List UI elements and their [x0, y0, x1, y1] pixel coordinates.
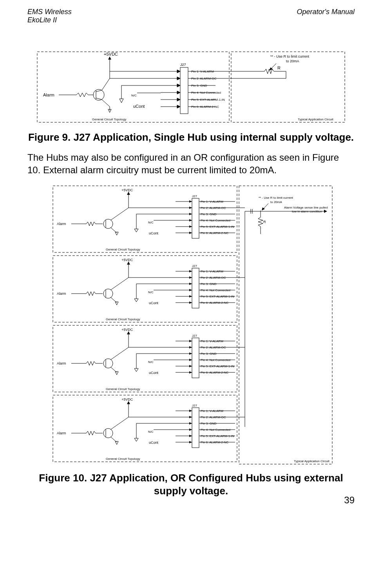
svg-text:+5VDC: +5VDC — [121, 328, 133, 332]
svg-line-36 — [102, 78, 110, 90]
svg-text:Pin 2: ALARM-OC: Pin 2: ALARM-OC — [201, 416, 226, 419]
svg-text:J27: J27 — [192, 264, 197, 268]
svg-line-258 — [110, 417, 129, 430]
svg-text:R: R — [277, 65, 281, 70]
svg-marker-98 — [189, 219, 192, 221]
svg-line-38 — [102, 100, 110, 107]
svg-text:Pin 6: ALARM-2-NC: Pin 6: ALARM-2-NC — [201, 441, 228, 444]
svg-marker-229 — [189, 410, 192, 412]
svg-marker-18 — [177, 91, 180, 94]
svg-text:Pin 3: GND: Pin 3: GND — [201, 212, 217, 216]
svg-text:Pin 2: ALARM-OC: Pin 2: ALARM-OC — [201, 206, 226, 210]
svg-text:Pin 1: V-ALARM: Pin 1: V-ALARM — [201, 339, 223, 343]
page-header: EMS Wireless EkoLite II Operator's Manua… — [27, 8, 355, 24]
svg-marker-250 — [189, 441, 192, 443]
svg-text:General Circuit Topology: General Circuit Topology — [106, 457, 140, 461]
svg-text:Pin 1: V-ALARM: Pin 1: V-ALARM — [201, 409, 223, 413]
svg-text:Typical Application Circuit: Typical Application Circuit — [294, 459, 329, 463]
svg-text:Pin 2: ALARM-OC: Pin 2: ALARM-OC — [201, 276, 226, 279]
svg-text:R: R — [263, 220, 266, 224]
svg-text:N/C: N/C — [148, 360, 154, 364]
svg-marker-89 — [189, 207, 192, 209]
svg-text:Pin 3: GND: Pin 3: GND — [191, 84, 207, 87]
figure-10-diagram: Typical Application Circuit ** - Use R t… — [51, 184, 333, 466]
svg-rect-62 — [239, 186, 332, 464]
figure-10-caption: Figure 10. J27 Application, OR Configure… — [27, 472, 355, 498]
svg-marker-262 — [115, 441, 118, 445]
svg-marker-242 — [189, 428, 192, 431]
svg-point-160 — [103, 289, 113, 298]
svg-marker-246 — [189, 435, 192, 437]
svg-text:+5VDC: +5VDC — [121, 188, 133, 192]
svg-text:uCont: uCont — [149, 231, 159, 235]
svg-text:Typical Application Circuit: Typical Application Circuit — [298, 118, 333, 121]
svg-text:Alarm: Alarm — [57, 222, 66, 226]
svg-marker-47 — [119, 99, 123, 103]
header-product: EMS Wireless — [27, 8, 72, 16]
header-model: EkoLite II — [27, 16, 72, 24]
svg-marker-60 — [270, 67, 273, 71]
svg-text:Pin 6: ALARM-2-NC: Pin 6: ALARM-2-NC — [201, 231, 228, 235]
svg-text:Pin 2: ALARM-OC: Pin 2: ALARM-OC — [201, 346, 226, 349]
svg-marker-172 — [134, 299, 138, 302]
svg-marker-268 — [134, 438, 138, 441]
svg-point-112 — [103, 219, 113, 229]
svg-marker-154 — [189, 301, 192, 304]
svg-marker-102 — [189, 225, 192, 228]
svg-marker-81 — [127, 192, 130, 195]
svg-text:+5VDC: +5VDC — [121, 397, 133, 401]
svg-text:Pin 5: EXT-ALARM-1-IN: Pin 5: EXT-ALARM-1-IN — [201, 365, 234, 368]
svg-text:Alarm: Alarm — [43, 93, 54, 97]
svg-marker-19 — [177, 98, 180, 101]
svg-text:Pin 1: V-ALARM: Pin 1: V-ALARM — [201, 270, 223, 273]
svg-marker-129 — [127, 261, 130, 265]
svg-marker-202 — [189, 371, 192, 374]
svg-marker-150 — [189, 295, 192, 298]
svg-text:Alarm Voltage sense line pulle: Alarm Voltage sense line pulled — [284, 206, 328, 209]
svg-marker-214 — [115, 372, 118, 375]
svg-text:N/C: N/C — [148, 430, 154, 434]
svg-marker-106 — [189, 232, 192, 234]
svg-marker-198 — [189, 365, 192, 367]
svg-marker-190 — [189, 352, 192, 355]
svg-marker-233 — [189, 416, 192, 418]
svg-marker-29 — [108, 56, 111, 60]
svg-marker-124 — [134, 229, 138, 232]
svg-marker-72 — [324, 210, 327, 213]
svg-text:Alarm: Alarm — [57, 292, 66, 296]
svg-text:Pin 5: EXT-ALARM-1-IN: Pin 5: EXT-ALARM-1-IN — [191, 98, 225, 102]
j27-label: J27 — [180, 63, 186, 67]
svg-line-162 — [110, 278, 129, 290]
svg-marker-15 — [177, 70, 180, 73]
svg-marker-16 — [177, 77, 180, 80]
svg-text:+5VDC: +5VDC — [121, 258, 133, 262]
svg-marker-137 — [189, 276, 192, 279]
svg-marker-177 — [127, 331, 130, 334]
svg-text:General Circuit Topology: General Circuit Topology — [92, 118, 126, 121]
svg-text:Pin 4: Not Connected: Pin 4: Not Connected — [191, 91, 221, 94]
svg-text:J27: J27 — [192, 404, 197, 407]
svg-text:Pin 4: Not Connected: Pin 4: Not Connected — [201, 358, 230, 362]
svg-text:low in alarm condition: low in alarm condition — [292, 210, 322, 213]
page-number: 39 — [344, 495, 355, 506]
svg-point-208 — [103, 359, 113, 368]
svg-text:uCont: uCont — [149, 441, 159, 445]
svg-line-210 — [110, 347, 129, 360]
figure-9-caption: Figure 9. J27 Application, Single Hub us… — [27, 131, 355, 144]
svg-text:Alarm: Alarm — [57, 361, 66, 365]
svg-marker-146 — [189, 289, 192, 291]
svg-rect-178 — [192, 338, 199, 378]
svg-text:Pin 4: Not Connected: Pin 4: Not Connected — [201, 428, 230, 432]
svg-marker-142 — [189, 283, 192, 285]
svg-text:Pin 2: ALARM-OC: Pin 2: ALARM-OC — [191, 77, 217, 80]
svg-text:Pin 4: Not Connected: Pin 4: Not Connected — [201, 219, 230, 222]
header-doc-title: Operator's Manual — [297, 8, 355, 24]
svg-text:Pin 3: GND: Pin 3: GND — [201, 422, 217, 425]
figure-9-diagram: J27 Pin 1: V-ALARM Pin 2: ALARM-OC — [35, 48, 347, 126]
svg-text:** - Use R to limit current: ** - Use R to limit current — [270, 54, 310, 58]
svg-text:uCont: uCont — [133, 104, 145, 109]
body-paragraph: The Hubs may also be configured in an OR… — [27, 151, 355, 177]
svg-marker-166 — [115, 302, 118, 305]
svg-text:to 20mA: to 20mA — [286, 59, 299, 63]
svg-text:Alarm: Alarm — [57, 431, 66, 435]
